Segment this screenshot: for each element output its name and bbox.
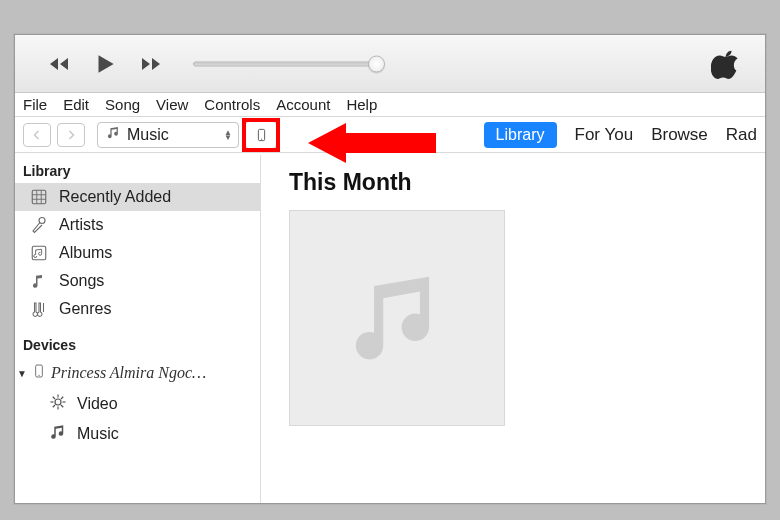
sidebar-item-label: Recently Added	[59, 188, 171, 206]
svg-point-11	[55, 399, 61, 405]
tab-for-you[interactable]: For You	[575, 125, 634, 145]
forward-button[interactable]	[57, 123, 85, 147]
menu-edit[interactable]: Edit	[61, 94, 91, 115]
phone-icon	[31, 361, 47, 385]
play-button[interactable]	[91, 50, 119, 78]
updown-chevron-icon: ▲▼	[224, 130, 232, 140]
disclosure-triangle-icon[interactable]: ▼	[17, 368, 27, 379]
media-type-picker[interactable]: Music ▲▼	[97, 122, 239, 148]
sidebar-item-label: Songs	[59, 272, 104, 290]
svg-line-16	[53, 397, 55, 399]
svg-rect-2	[32, 190, 46, 204]
menu-help[interactable]: Help	[344, 94, 379, 115]
volume-track	[193, 61, 383, 66]
sidebar-item-songs[interactable]: Songs	[15, 267, 260, 295]
content-area: This Month	[261, 155, 765, 503]
svg-line-18	[53, 405, 55, 407]
previous-button[interactable]	[45, 50, 73, 78]
svg-line-19	[61, 397, 63, 399]
sidebar-item-label: Artists	[59, 216, 103, 234]
itunes-window: File Edit Song View Controls Account Hel…	[14, 34, 766, 504]
sidebar-device-music[interactable]: Music	[15, 419, 260, 449]
device-button[interactable]	[245, 121, 277, 149]
gear-icon	[49, 393, 67, 415]
menu-file[interactable]: File	[21, 94, 49, 115]
volume-knob[interactable]	[368, 55, 385, 72]
sidebar-heading-devices: Devices	[15, 333, 260, 357]
menu-controls[interactable]: Controls	[202, 94, 262, 115]
sidebar-item-label: Video	[77, 395, 118, 413]
guitar-icon	[29, 300, 49, 318]
note-icon	[29, 272, 49, 290]
tab-browse[interactable]: Browse	[651, 125, 708, 145]
menu-song[interactable]: Song	[103, 94, 142, 115]
music-icon	[106, 125, 121, 144]
sidebar-item-albums[interactable]: Albums	[15, 239, 260, 267]
sidebar-item-label: Albums	[59, 244, 112, 262]
annotation-highlight-box	[242, 118, 280, 152]
device-name-label: Princess Almira Ngoc…	[51, 364, 206, 382]
menu-bar: File Edit Song View Controls Account Hel…	[15, 93, 765, 117]
sidebar-item-artists[interactable]: Artists	[15, 211, 260, 239]
menu-account[interactable]: Account	[274, 94, 332, 115]
grid-icon	[29, 188, 49, 206]
tab-radio[interactable]: Rad	[726, 125, 765, 145]
svg-point-7	[39, 218, 45, 224]
sidebar: Library Recently Added Artists Albums	[15, 155, 261, 503]
microphone-icon	[29, 216, 49, 234]
sidebar-item-genres[interactable]: Genres	[15, 295, 260, 323]
next-button[interactable]	[137, 50, 165, 78]
section-title: This Month	[289, 169, 765, 196]
back-button[interactable]	[23, 123, 51, 147]
media-type-label: Music	[127, 126, 169, 144]
nav-tabs: Library For You Browse Rad	[484, 117, 765, 152]
player-bar	[15, 35, 765, 93]
toolbar: Music ▲▼ Library For You Browse Rad	[15, 117, 765, 153]
apple-logo-icon	[711, 49, 741, 79]
svg-point-10	[38, 375, 39, 376]
menu-view[interactable]: View	[154, 94, 190, 115]
sidebar-device-video[interactable]: Video	[15, 389, 260, 419]
playback-controls	[45, 50, 165, 78]
music-note-icon	[49, 423, 67, 445]
sidebar-device-row[interactable]: ▼ Princess Almira Ngoc…	[15, 357, 260, 389]
sidebar-item-label: Genres	[59, 300, 111, 318]
body: Library Recently Added Artists Albums	[15, 155, 765, 503]
volume-slider[interactable]	[193, 61, 383, 67]
tab-library[interactable]: Library	[484, 122, 557, 148]
album-icon	[29, 244, 49, 262]
svg-line-17	[61, 405, 63, 407]
sidebar-heading-library: Library	[15, 159, 260, 183]
album-placeholder-tile[interactable]	[289, 210, 505, 426]
sidebar-item-recently-added[interactable]: Recently Added	[15, 183, 260, 211]
sidebar-item-label: Music	[77, 425, 119, 443]
music-placeholder-icon	[342, 263, 452, 373]
